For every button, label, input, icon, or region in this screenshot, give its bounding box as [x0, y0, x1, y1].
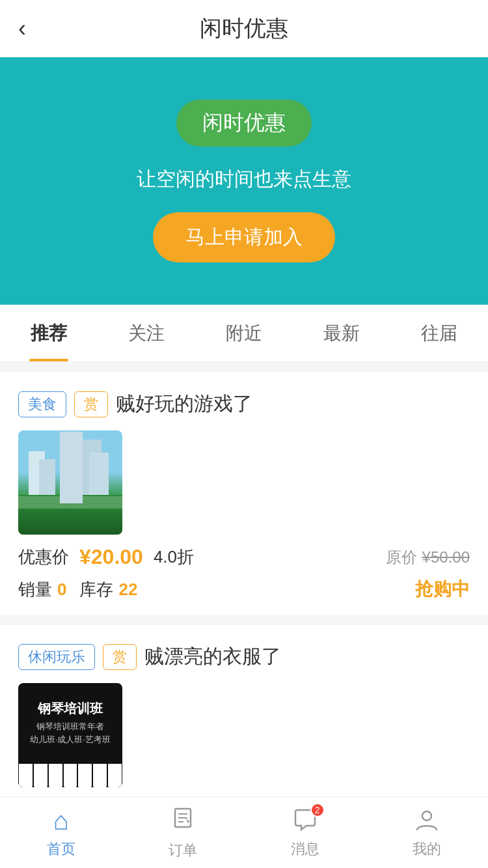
nav-item-messages[interactable]: 2 消息 — [244, 807, 366, 859]
sales-value: 0 — [57, 580, 66, 600]
tabs-bar: 推荐 关注 附近 最新 往届 — [0, 305, 488, 362]
bottom-nav: ⌂ 首页 订单 2 消息 — [0, 796, 488, 868]
tab-follow[interactable]: 关注 — [98, 305, 195, 361]
back-button[interactable]: ‹ — [18, 15, 26, 42]
product-image: 钢琴培训班 钢琴培训班常年者幼儿班·成人班·艺考班 — [18, 683, 122, 787]
stock-value: 22 — [118, 580, 137, 600]
sales-row: 销量 0 库存 22 抢购中 — [18, 577, 470, 602]
discount-rate: 4.0折 — [154, 546, 194, 568]
svg-point-4 — [422, 811, 431, 820]
product-image — [18, 430, 122, 535]
product-tags-row: 美食 赏 贼好玩的游戏了 — [18, 391, 470, 417]
header: ‹ 闲时优惠 — [0, 0, 488, 57]
messages-icon: 2 — [292, 807, 318, 835]
category-tag: 美食 — [18, 391, 66, 417]
original-price: ¥50.00 — [422, 548, 470, 567]
message-badge: 2 — [310, 803, 325, 817]
orders-icon — [170, 805, 196, 837]
nav-label-home: 首页 — [47, 839, 75, 859]
tab-latest[interactable]: 最新 — [293, 305, 390, 361]
product-title: 贼好玩的游戏了 — [116, 391, 252, 417]
banner-cta-button[interactable]: 马上申请加入 — [153, 212, 335, 262]
nav-item-mine[interactable]: 我的 — [366, 807, 489, 859]
city-image — [18, 430, 122, 535]
home-icon: ⌂ — [53, 806, 69, 835]
tab-previous[interactable]: 往届 — [390, 305, 488, 361]
stock-label: 库存 — [79, 578, 113, 601]
original-price-wrap: 原价 ¥50.00 — [386, 547, 470, 568]
mine-icon — [414, 807, 440, 835]
price-row: 优惠价 ¥20.00 4.0折 原价 ¥50.00 — [18, 545, 470, 569]
product-title: 贼漂亮的衣服了 — [144, 643, 281, 670]
banner: 闲时优惠 让空闲的时间也来点生意 马上申请加入 — [0, 57, 488, 305]
rush-status: 抢购中 — [415, 577, 470, 602]
product-list: 美食 赏 贼好玩的游戏了 优惠价 ¥20.00 4.0折 原价 ¥50.00 — [0, 372, 488, 868]
product-content-row: 钢琴培训班 钢琴培训班常年者幼儿班·成人班·艺考班 — [18, 683, 470, 787]
reward-tag: 赏 — [103, 644, 137, 670]
tab-recommended[interactable]: 推荐 — [0, 305, 98, 361]
nav-label-orders: 订单 — [169, 841, 197, 860]
original-label: 原价 — [386, 547, 417, 568]
page-title: 闲时优惠 — [200, 14, 288, 44]
product-content-row — [18, 430, 470, 535]
tab-nearby[interactable]: 附近 — [195, 305, 293, 361]
product-item[interactable]: 美食 赏 贼好玩的游戏了 优惠价 ¥20.00 4.0折 原价 ¥50.00 — [0, 372, 488, 625]
sales-label: 销量 — [18, 578, 52, 601]
nav-item-home[interactable]: ⌂ 首页 — [0, 806, 122, 859]
discount-price-label: 优惠价 — [18, 546, 69, 568]
product-tags-row: 休闲玩乐 赏 贼漂亮的衣服了 — [18, 643, 470, 670]
category-tag: 休闲玩乐 — [18, 644, 95, 670]
piano-image: 钢琴培训班 钢琴培训班常年者幼儿班·成人班·艺考班 — [18, 683, 122, 787]
nav-label-messages: 消息 — [291, 839, 319, 859]
nav-item-orders[interactable]: 订单 — [122, 805, 245, 860]
banner-tag: 闲时优惠 — [176, 100, 312, 147]
discount-price: ¥20.00 — [79, 545, 143, 569]
reward-tag: 赏 — [74, 391, 108, 417]
nav-label-mine: 我的 — [413, 839, 441, 859]
banner-subtitle: 让空闲的时间也来点生意 — [137, 166, 351, 193]
